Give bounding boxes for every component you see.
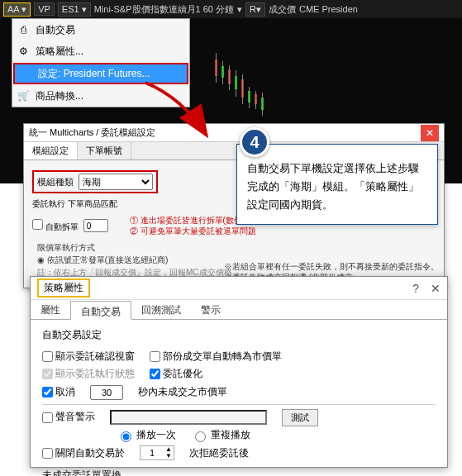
cart-icon: 🛒 xyxy=(16,90,31,102)
dropdown-icon[interactable]: ▾ xyxy=(237,4,242,15)
help-icon[interactable]: ? xyxy=(412,282,419,295)
rd-play-once[interactable]: 播放一次 xyxy=(117,426,176,445)
sound-path-input[interactable] xyxy=(110,410,267,425)
step-badge: 4 xyxy=(240,127,269,157)
ctx-strategy-props[interactable]: ⚙策略屬性... xyxy=(12,40,189,62)
callout-text: 自動交易下單機設定選擇依上述步驟完成的「海期」模組。「策略屬性」設定同國內期貨。 xyxy=(236,144,438,225)
instrument-label: Mini-S&P股價指數連續月1 60 分鐘 xyxy=(94,3,234,16)
module-type-label: 模組種類 xyxy=(37,176,74,188)
gear-icon: ⚙ xyxy=(16,45,31,57)
ck-cancel[interactable]: 取消 xyxy=(42,383,75,402)
cancel-suffix: 秒內未成交之市價單 xyxy=(138,383,227,402)
vp-button[interactable]: VP xyxy=(34,2,55,16)
close-icon[interactable]: ✕ xyxy=(421,125,439,141)
ck-show-confirm[interactable]: 顯示委託確認視窗 xyxy=(42,348,135,366)
ck-sound[interactable]: 聲音警示 xyxy=(42,408,95,426)
auto-trade-section: 自動交易設定 xyxy=(42,326,436,345)
tab-order-account[interactable]: 下單帳號 xyxy=(78,142,131,159)
auto-trade-icon: ⎙ xyxy=(16,24,31,36)
tab-auto-trade[interactable]: 自動交易 xyxy=(70,301,131,320)
ctx-auto-trade[interactable]: ⎙自動交易 xyxy=(12,19,189,40)
rd-repeat[interactable]: 重複播放 xyxy=(191,426,250,445)
price-label: 成交價 xyxy=(269,3,296,16)
top-toolbar: AA ▾ VP ES1 ▾ Mini-S&P股價指數連續月1 60 分鐘 ▾ R… xyxy=(0,0,462,18)
tab-module-settings[interactable]: 模組設定 xyxy=(24,142,78,159)
aa-button[interactable]: AA ▾ xyxy=(3,2,31,17)
turnoff-count-spinner[interactable]: ▲▼ xyxy=(140,445,174,460)
tab-properties[interactable]: 屬性 xyxy=(31,300,70,319)
unfilled-section: 未成交委託單置換 xyxy=(42,467,436,476)
cancel-seconds-input[interactable] xyxy=(90,385,123,400)
dialog-title: 統一 Multicharts / 委託模組設定 xyxy=(29,126,155,139)
test-sound-button[interactable]: 測試 xyxy=(282,409,318,426)
limit-order-title: 限價單執行方式 xyxy=(37,241,436,254)
ck-priority[interactable]: 委託優化 xyxy=(150,365,202,383)
module-type-select[interactable]: 海期 xyxy=(79,174,153,190)
es1-button[interactable]: ES1 ▾ xyxy=(58,2,91,17)
turnoff-suffix: 次拒絕委託後 xyxy=(189,445,249,463)
guide-arrow xyxy=(141,81,223,147)
close-icon[interactable]: ✕ xyxy=(431,282,441,295)
step-callout: 4 自動交易下單機設定選擇依上述步驟完成的「海期」模組。「策略屬性」設定同國內期… xyxy=(236,142,438,225)
cme-label: CME Presiden xyxy=(299,4,358,14)
dialog2-title: 策略屬性 xyxy=(37,278,90,298)
tab-backtest[interactable]: 回溯測試 xyxy=(131,300,191,319)
auto-split-checkbox[interactable]: 自動拆單 xyxy=(32,219,79,233)
strategy-properties-dialog: 策略屬性 ? ✕ 屬性 自動交易 回溯測試 警示 自動交易設定 顯示委託確認視窗… xyxy=(30,276,448,468)
ck-turnoff-after[interactable]: 關閉自動交易於 xyxy=(42,445,125,463)
ck-show-exec[interactable]: 顯示委託執行狀態 xyxy=(42,365,135,383)
r-button[interactable]: R▾ xyxy=(245,2,265,17)
ck-partial-mkt[interactable]: 部份成交單自動轉為市價單 xyxy=(150,348,282,366)
auto-split-input[interactable] xyxy=(83,219,108,232)
tab-alert[interactable]: 警示 xyxy=(191,300,231,319)
